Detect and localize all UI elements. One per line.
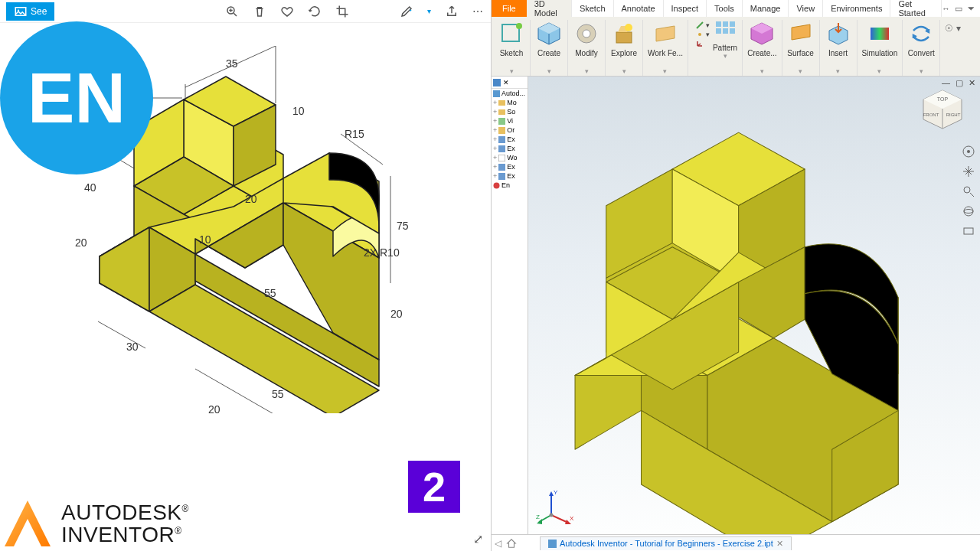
svg-rect-47 — [716, 21, 721, 27]
orbit-icon[interactable] — [962, 205, 975, 217]
svg-point-95 — [964, 187, 970, 193]
document-tab[interactable]: Autodesk Inventor - Tutorial for Beginne… — [540, 536, 792, 550]
svg-text:55: 55 — [272, 388, 284, 400]
svg-rect-99 — [964, 228, 973, 234]
ribbon: Sketch▾ Create▾ Modify▾ Explore▾ Work Fe… — [492, 17, 980, 77]
origin-icon — [498, 127, 505, 134]
edit-icon[interactable] — [400, 5, 413, 18]
tab-inspect[interactable]: Inspect — [664, 0, 707, 17]
nav-bar — [960, 145, 977, 237]
svg-text:FRONT: FRONT — [923, 112, 939, 117]
status-bar: ◁ Autodesk Inventor - Tutorial for Begin… — [492, 534, 980, 551]
tab-environments[interactable]: Environments — [823, 0, 890, 17]
ribbon-sketch[interactable]: Sketch▾ — [493, 20, 531, 76]
svg-text:30: 30 — [126, 341, 139, 353]
zoom-in-icon[interactable] — [225, 5, 239, 18]
brand-line2: INVENTOR — [61, 523, 175, 546]
convert-icon — [909, 21, 933, 46]
svg-text:55: 55 — [264, 287, 276, 299]
svg-text:X: X — [570, 515, 574, 522]
model-browser[interactable]: ✕ Autod... +Mo +So +Vi +Or +Ex +Ex +Wo +… — [492, 77, 528, 534]
image-viewer-toolbar: See ▾ ⋯ — [0, 0, 491, 23]
svg-point-46 — [698, 33, 701, 36]
workspace: ✕ Autod... +Mo +So +Vi +Or +Ex +Ex +Wo +… — [492, 77, 980, 534]
svg-point-98 — [964, 210, 973, 214]
svg-rect-51 — [723, 28, 728, 34]
svg-marker-13 — [100, 227, 149, 311]
ribbon-simulation[interactable]: Simulation▾ — [858, 20, 903, 76]
svg-point-106 — [550, 514, 554, 517]
image-icon — [14, 5, 28, 18]
ribbon-explore[interactable]: Explore▾ — [606, 20, 643, 76]
svg-line-102 — [551, 515, 568, 523]
ribbon-convert[interactable]: Convert▾ — [903, 20, 940, 76]
ribbon-create[interactable]: Create▾ — [531, 20, 568, 76]
tab-manage[interactable]: Manage — [743, 0, 789, 17]
language-badge: EN — [0, 21, 153, 174]
ribbon-workfeatures[interactable]: Work Fe...▾ — [643, 20, 688, 76]
chevron-down-icon[interactable]: ▾ — [427, 7, 431, 15]
svg-rect-58 — [493, 90, 500, 97]
tree-icon — [493, 79, 501, 86]
viewcube[interactable]: TOP FRONT RIGHT — [919, 86, 966, 133]
pan-icon[interactable] — [962, 165, 975, 178]
svg-rect-49 — [730, 21, 735, 27]
see-all-button[interactable]: See — [6, 2, 54, 21]
close-tab-icon[interactable]: ✕ — [776, 539, 783, 549]
modify-icon — [574, 21, 599, 46]
delete-icon[interactable] — [253, 5, 266, 18]
svg-point-44 — [625, 24, 632, 31]
crop-icon[interactable] — [335, 5, 349, 18]
svg-point-68 — [494, 182, 500, 188]
nav-back-icon[interactable]: ◁ — [495, 538, 501, 549]
part-doc-icon — [548, 540, 557, 548]
help-dropdown-icon[interactable]: ⏷ — [967, 4, 975, 13]
tab-sketch[interactable]: Sketch — [572, 0, 614, 17]
file-tab[interactable]: File — [492, 0, 527, 17]
ribbon-createfreeform[interactable]: Create...▾ — [743, 20, 782, 76]
rotate-icon[interactable] — [308, 5, 322, 18]
svg-rect-67 — [498, 173, 505, 180]
svg-rect-50 — [716, 28, 721, 34]
ribbon-expand[interactable]: ☉ ▾ — [940, 20, 965, 76]
insert-icon — [826, 21, 851, 46]
freeform-icon — [750, 21, 774, 46]
svg-text:RIGHT: RIGHT — [946, 112, 961, 117]
see-label: See — [31, 6, 47, 17]
extrude-icon — [498, 173, 505, 180]
autodesk-brand: AUTODESK® INVENTOR® — [0, 496, 194, 551]
expand-icon[interactable]: ⤢ — [473, 532, 483, 546]
heart-icon[interactable] — [280, 5, 294, 18]
collab-icon[interactable]: ↔ — [942, 4, 950, 13]
tab-tools[interactable]: Tools — [707, 0, 743, 17]
tab-view[interactable]: View — [789, 0, 823, 17]
ribbon-pattern[interactable]: ▾ ▾ Pattern ▾ — [688, 20, 743, 76]
svg-line-96 — [970, 193, 974, 197]
share-icon[interactable] — [445, 5, 459, 18]
home-icon[interactable] — [506, 538, 517, 549]
svg-rect-61 — [498, 118, 505, 125]
ribbon-modify[interactable]: Modify▾ — [568, 20, 606, 76]
simulation-icon — [867, 21, 892, 46]
zoom-icon[interactable] — [962, 185, 975, 197]
svg-rect-59 — [498, 100, 505, 106]
svg-point-97 — [964, 207, 973, 216]
tab-annotate[interactable]: Annotate — [614, 0, 664, 17]
ribbon-insert[interactable]: Insert▾ — [820, 20, 858, 76]
svg-line-45 — [697, 22, 703, 28]
create-cube-icon — [537, 21, 561, 46]
inventor-app: File 3D Model Sketch Annotate Inspect To… — [492, 0, 980, 551]
app-box-icon[interactable]: ▭ — [955, 4, 962, 14]
close-icon[interactable]: ✕ — [503, 79, 509, 86]
tab-3d-model[interactable]: 3D Model — [527, 0, 572, 17]
ribbon-surface[interactable]: Surface▾ — [782, 20, 820, 76]
brand-line1: AUTODESK — [61, 500, 182, 524]
steering-wheel-icon[interactable] — [962, 145, 975, 158]
tab-get-started[interactable]: Get Started — [890, 0, 942, 17]
3d-viewport[interactable]: — ▢ ✕ — [528, 77, 980, 534]
lookat-icon[interactable] — [962, 225, 975, 237]
exercise-number-badge: 2 — [408, 461, 460, 513]
more-icon[interactable]: ⋯ — [472, 5, 485, 18]
svg-rect-48 — [723, 21, 728, 27]
end-icon — [493, 182, 500, 189]
